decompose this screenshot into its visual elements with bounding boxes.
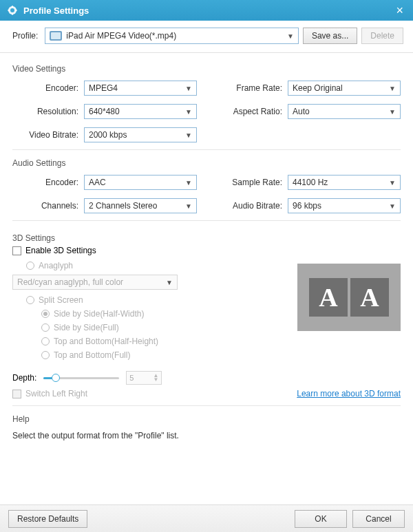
window-title: Profile Settings (23, 6, 89, 16)
split-screen-radio (26, 296, 34, 304)
svg-point-1 (10, 8, 14, 12)
threeD-preview: A A (297, 264, 401, 331)
depth-label: Depth: (12, 373, 36, 383)
channels-select[interactable]: 2 Channels Stereo▼ (84, 198, 197, 213)
profile-settings-window: Profile Settings × Profile: iPad Air MPE… (0, 0, 413, 532)
sbs-full-label: Side by Side(Full) (54, 323, 119, 332)
split-screen-label: Split Screen (39, 295, 83, 305)
app-icon (7, 5, 18, 16)
sbs-half-label: Side by Side(Half-Width) (54, 309, 144, 319)
learn-more-link[interactable]: Learn more about 3D format (297, 389, 401, 398)
cancel-button[interactable]: Cancel (352, 510, 405, 528)
svg-point-2 (12, 6, 13, 7)
sbs-half-radio (41, 310, 50, 318)
tb-full-label: Top and Bottom(Full) (54, 350, 130, 360)
video-bitrate-select[interactable]: 2000 kbps▼ (84, 127, 197, 142)
video-section-title: Video Settings (12, 64, 401, 74)
frame-rate-select[interactable]: Keep Original▼ (288, 81, 401, 96)
delete-button: Delete (361, 28, 403, 44)
chevron-down-icon: ▼ (185, 179, 192, 187)
audio-bitrate-label: Audio Bitrate: (216, 201, 282, 211)
chevron-down-icon: ▼ (389, 179, 396, 187)
profile-select[interactable]: iPad Air MPEG4 Video(*.mp4) ▼ (45, 28, 299, 44)
video-encoder-label: Encoder: (12, 83, 78, 93)
ipad-icon (50, 31, 62, 41)
tb-half-label: Top and Bottom(Half-Height) (54, 337, 158, 346)
divider (12, 405, 401, 406)
anaglyph-radio (26, 262, 34, 270)
save-as-button[interactable]: Save as... (303, 28, 357, 44)
video-bitrate-label: Video Bitrate: (12, 130, 78, 140)
ok-button[interactable]: OK (295, 510, 347, 528)
help-section-title: Help (12, 414, 401, 424)
sample-rate-label: Sample Rate: (216, 178, 282, 187)
threeD-section-title: 3D Settings (12, 233, 401, 243)
video-encoder-select[interactable]: MPEG4▼ (84, 81, 197, 96)
profile-label: Profile: (12, 31, 38, 41)
preview-right-a: A (350, 278, 389, 317)
divider (12, 220, 401, 221)
tb-full-radio (41, 351, 50, 359)
enable-3d-label: Enable 3D Settings (25, 246, 96, 255)
help-text: Select the output format from the "Profi… (12, 431, 401, 440)
frame-rate-label: Frame Rate: (216, 83, 282, 93)
aspect-ratio-select[interactable]: Auto▼ (288, 104, 401, 119)
aspect-ratio-label: Aspect Ratio: (216, 107, 282, 116)
svg-point-3 (15, 10, 17, 11)
chevron-down-icon: ▼ (389, 85, 396, 92)
switch-lr-checkbox (12, 390, 21, 398)
depth-slider (43, 372, 119, 383)
footer: Restore Defaults OK Cancel (0, 504, 413, 532)
preview-left-a: A (309, 278, 348, 317)
audio-section-title: Audio Settings (12, 158, 401, 168)
enable-3d-checkbox[interactable] (12, 246, 21, 255)
chevron-down-icon: ▼ (389, 108, 396, 116)
chevron-down-icon: ▼ (185, 202, 192, 210)
svg-point-4 (12, 13, 13, 14)
chevron-down-icon: ▼ (287, 32, 294, 40)
anaglyph-label: Anaglyph (39, 261, 73, 270)
divider (12, 149, 401, 150)
audio-encoder-label: Encoder: (12, 178, 78, 187)
channels-label: Channels: (12, 201, 78, 211)
chevron-down-icon: ▼ (166, 279, 173, 286)
close-icon[interactable]: × (393, 3, 406, 18)
switch-lr-label: Switch Left Right (25, 389, 87, 398)
dialog-body: Video Settings Encoder: MPEG4▼ Frame Rat… (0, 53, 413, 504)
audio-encoder-select[interactable]: AAC▼ (84, 175, 197, 190)
restore-defaults-button[interactable]: Restore Defaults (8, 510, 87, 528)
resolution-label: Resolution: (12, 107, 78, 116)
sample-rate-select[interactable]: 44100 Hz▼ (288, 175, 401, 190)
chevron-down-icon: ▼ (185, 85, 192, 92)
resolution-select[interactable]: 640*480▼ (84, 104, 197, 119)
profile-value: iPad Air MPEG4 Video(*.mp4) (66, 31, 283, 41)
depth-spinner: 5 ▲▼ (126, 371, 162, 385)
svg-point-5 (8, 10, 9, 11)
sbs-full-radio (41, 323, 50, 332)
audio-bitrate-select[interactable]: 96 kbps▼ (288, 198, 401, 213)
chevron-down-icon: ▼ (185, 108, 192, 116)
anaglyph-mode-select: Red/cyan anaglyph, full color▼ (12, 275, 178, 290)
profile-bar: Profile: iPad Air MPEG4 Video(*.mp4) ▼ S… (0, 21, 413, 53)
titlebar: Profile Settings × (0, 0, 413, 21)
chevron-down-icon: ▼ (153, 378, 158, 382)
tb-half-radio (41, 337, 50, 345)
chevron-down-icon: ▼ (389, 202, 396, 210)
chevron-down-icon: ▼ (185, 131, 192, 139)
